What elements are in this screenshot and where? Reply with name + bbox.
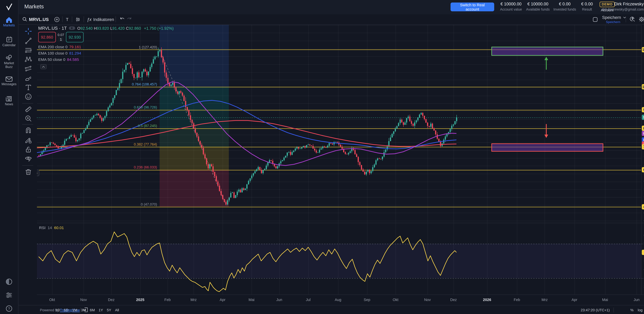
question-icon: ?	[6, 305, 12, 312]
sidebar-item-news[interactable]: News	[0, 96, 18, 106]
layout-square-icon	[592, 16, 598, 22]
metric-result: € 0.00 Result	[580, 2, 594, 11]
text-tool[interactable]	[25, 84, 32, 91]
plus-circle-icon	[54, 16, 60, 22]
range-1y[interactable]: 1Y	[99, 308, 103, 312]
quantity-value[interactable]: 1	[58, 37, 64, 41]
goto-date-icon	[83, 307, 88, 312]
metric-available-funds: € 10000.00 Available funds	[525, 2, 551, 11]
undo-button[interactable]	[120, 14, 125, 24]
sell-button[interactable]: 92.860	[38, 32, 56, 42]
goto-date-button[interactable]	[83, 307, 88, 312]
indicator-row-ema200[interactable]: EMA 200 close 0 79.161	[38, 45, 81, 49]
legend-visibility-toggle[interactable]	[69, 26, 75, 30]
indicators-button[interactable]: ƒx Indikatoren	[87, 14, 114, 24]
buy-button[interactable]: 92.930	[66, 32, 84, 42]
hide-drawings-tool[interactable]	[25, 155, 32, 162]
percent-scale-button[interactable]: %	[630, 308, 634, 312]
fx-icon: ƒx	[87, 17, 92, 22]
range-1d[interactable]: 1D	[56, 308, 60, 312]
chart-type-button[interactable]	[75, 14, 81, 24]
magnet-tool[interactable]	[25, 127, 32, 134]
sidebar-item-markets[interactable]: Markets	[0, 17, 18, 27]
legend-row: MRVL.US · 1T O92.540 H93.820 L91.420 C92…	[38, 26, 174, 31]
user-email: dirk.friczewsky@gmail.com	[602, 7, 644, 11]
scale-options: % log auto	[630, 308, 644, 312]
save-layout-button[interactable]: Speichern	[602, 15, 626, 20]
horizontal-lines-tool[interactable]	[25, 46, 32, 54]
metric-invested-funds: € 0.00 Invested funds	[552, 2, 577, 11]
ruler-tool[interactable]	[25, 106, 32, 113]
drawing-toolbar	[18, 24, 37, 305]
log-scale-button[interactable]: log	[638, 308, 642, 312]
interval-button[interactable]: T	[66, 14, 68, 24]
legend-collapse-button[interactable]	[40, 64, 47, 69]
range-all[interactable]: All	[115, 308, 119, 312]
user-info[interactable]: Dirk Friczewsky dirk.friczewsky@gmail.co…	[602, 2, 644, 11]
xabcd-pattern-tool[interactable]	[25, 56, 32, 63]
indicator-row-ema100[interactable]: EMA 100 close 0 81.294	[38, 51, 81, 55]
settings-button[interactable]	[638, 14, 644, 24]
remove-drawings-tool[interactable]	[25, 168, 32, 175]
preferences-button[interactable]	[0, 292, 18, 298]
bottom-toolbar: Powered by TradingView 1D 5D 1M 3M 6M 1Y…	[18, 305, 644, 314]
range-5d[interactable]: 5D	[64, 308, 68, 312]
parallel-channel-tool[interactable]	[25, 65, 32, 72]
legend-ohlc: O92.540 H93.820 L91.420 C92.860	[77, 26, 141, 30]
range-5y[interactable]: 5Y	[107, 308, 111, 312]
trend-line-tool[interactable]	[25, 37, 32, 44]
edit-lock-tool[interactable]	[25, 137, 32, 144]
crosshair-tool[interactable]	[25, 28, 32, 35]
lock-all-tool[interactable]	[25, 146, 32, 153]
home-icon	[6, 17, 12, 23]
symbol-search[interactable]: MRVL.US	[22, 14, 49, 24]
chevron-up-icon	[42, 66, 45, 68]
clock[interactable]: 23:47:20 (UTC+1)	[581, 308, 610, 312]
chart-canvas[interactable]	[37, 24, 644, 305]
order-widget: 92.860 0.07 1 92.930	[38, 32, 84, 42]
sliders-icon	[6, 292, 12, 298]
flash-search-icon	[630, 16, 635, 22]
spread-widget: 0.07 1	[56, 32, 66, 42]
user-name: Dirk Friczewsky	[602, 2, 644, 6]
switch-to-real-button[interactable]: Switch to Real account	[450, 2, 494, 11]
sidebar-item-calendar[interactable]: Calendar	[0, 36, 18, 47]
emoji-tool[interactable]	[25, 93, 32, 100]
help-button[interactable]: ?	[0, 305, 18, 312]
brand-logo[interactable]	[0, 0, 18, 14]
indicator-row-ema50[interactable]: EMA 50 close 0 84.585	[38, 57, 79, 62]
metric-account-value: € 10000.00 Account value	[499, 2, 523, 11]
newspaper-icon	[6, 96, 12, 102]
calendar-icon	[6, 36, 12, 43]
range-6m[interactable]: 6M	[90, 308, 95, 312]
legend-change: +1.750 (+1.92%)	[144, 26, 174, 30]
gear-icon	[638, 16, 644, 22]
layout-button[interactable]	[592, 14, 598, 24]
candlestick-icon	[75, 16, 81, 22]
trading-app: Markets Calendar Market Buzz	[0, 0, 644, 314]
chart-legend: MRVL.US · 1T O92.540 H93.820 L91.420 C92…	[38, 26, 174, 31]
compare-add-button[interactable]	[54, 14, 60, 24]
quick-search-button[interactable]	[630, 14, 635, 24]
search-icon	[22, 17, 27, 22]
theme-toggle-icon	[6, 278, 12, 285]
chart-toolbar: MRVL.US T ƒx Indikatoren	[18, 14, 644, 25]
bubbles-icon	[6, 54, 12, 61]
envelope-icon	[6, 76, 12, 82]
undo-icon	[120, 17, 125, 22]
legend-symbol[interactable]: MRVL.US · 1T	[38, 26, 67, 31]
page-title: Markets	[24, 3, 44, 10]
theme-toggle-button[interactable]	[0, 278, 18, 285]
save-sublabel: Speichern	[606, 20, 620, 24]
redo-button[interactable]	[126, 14, 132, 24]
top-bar: Markets Switch to Real account € 10000.0…	[18, 0, 644, 15]
spread-value: 0.07	[58, 33, 64, 37]
sidebar-item-market-buzz[interactable]: Market Buzz	[0, 54, 18, 69]
rsi-legend[interactable]: RSI 14 60.01	[39, 226, 64, 230]
zoom-in-tool[interactable]	[25, 115, 32, 122]
checkmark-logo-icon	[5, 3, 13, 11]
range-1m[interactable]: 1M	[72, 308, 77, 312]
sidebar-item-messages[interactable]: Messages	[0, 76, 18, 86]
redo-icon	[126, 17, 132, 22]
brush-tool[interactable]	[25, 75, 32, 82]
